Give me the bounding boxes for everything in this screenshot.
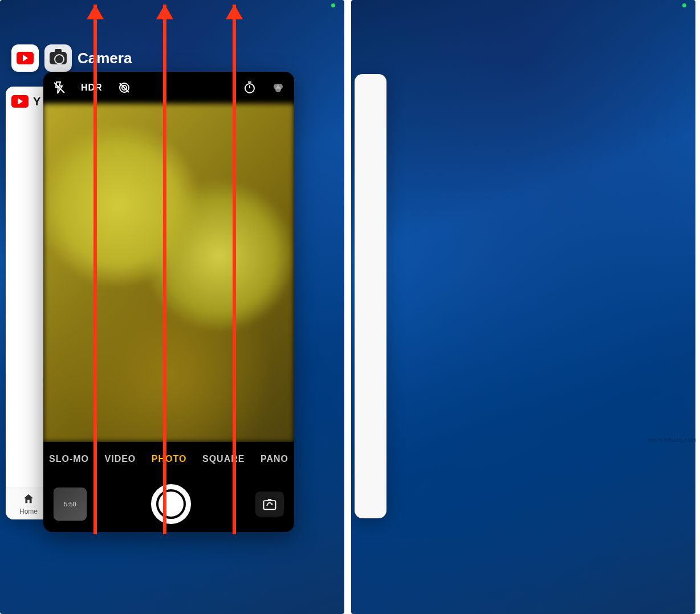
live-off-icon[interactable] bbox=[117, 81, 131, 95]
youtube-play-icon bbox=[17, 52, 34, 64]
svg-point-5 bbox=[275, 87, 281, 92]
swipe-up-arrow-annotation bbox=[233, 5, 236, 534]
youtube-logo-icon bbox=[11, 95, 29, 108]
app-card-background-peek[interactable] bbox=[355, 74, 386, 518]
shutter-button[interactable] bbox=[151, 484, 191, 524]
mode-slomo[interactable]: SLO-MO bbox=[49, 454, 89, 464]
app-card-camera[interactable]: HDR SLO-MO VIDEO PHOTO SQUARE PANO 5:50 bbox=[43, 72, 294, 532]
source-watermark: www.deuaq.com bbox=[648, 436, 697, 443]
app-switcher-label-row: Camera bbox=[11, 44, 132, 72]
camera-bottom-bar: 5:50 bbox=[43, 476, 294, 532]
app-icon-camera[interactable] bbox=[44, 44, 72, 72]
mode-photo[interactable]: PHOTO bbox=[152, 454, 187, 464]
swipe-up-arrow-annotation bbox=[163, 5, 166, 534]
mode-square[interactable]: SQUARE bbox=[202, 454, 245, 464]
mode-video[interactable]: VIDEO bbox=[105, 454, 136, 464]
right-screenshot: SLO-MO VIDEO PHOTO SQUARE PANO YouTube bbox=[351, 0, 695, 614]
home-icon bbox=[22, 493, 35, 505]
hdr-button[interactable]: HDR bbox=[81, 83, 103, 93]
flip-camera-button[interactable] bbox=[255, 492, 284, 517]
app-icon-youtube[interactable] bbox=[11, 44, 39, 72]
camera-viewfinder[interactable] bbox=[43, 104, 294, 442]
camera-in-use-dot bbox=[682, 3, 686, 7]
camera-in-use-dot bbox=[331, 3, 335, 7]
camera-top-toolbar: HDR bbox=[43, 72, 294, 104]
youtube-peek-letter: Y bbox=[33, 95, 40, 108]
peek-tab-home: Home bbox=[19, 507, 38, 515]
timer-icon[interactable] bbox=[243, 81, 257, 95]
filters-icon[interactable] bbox=[271, 81, 285, 95]
swipe-up-arrow-annotation bbox=[93, 5, 97, 534]
flash-off-icon[interactable] bbox=[52, 81, 66, 95]
camera-icon bbox=[50, 52, 67, 64]
mode-pano[interactable]: PANO bbox=[261, 454, 288, 464]
svg-rect-6 bbox=[264, 501, 276, 509]
left-screenshot: Y Home Camera HDR SLO- bbox=[0, 0, 344, 614]
flip-camera-icon bbox=[262, 496, 278, 512]
last-photo-thumbnail[interactable]: 5:50 bbox=[54, 488, 87, 521]
camera-mode-selector[interactable]: SLO-MO VIDEO PHOTO SQUARE PANO bbox=[43, 442, 294, 476]
front-app-name: Camera bbox=[78, 50, 132, 67]
